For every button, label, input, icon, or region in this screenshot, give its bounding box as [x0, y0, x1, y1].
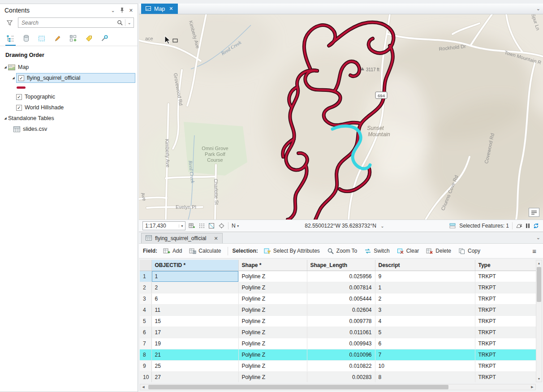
list-by-snapping-tab[interactable]: [68, 34, 78, 46]
column-header-shape[interactable]: Shape *: [238, 260, 307, 271]
cell-objectid[interactable]: 6: [151, 293, 238, 304]
row-number-cell[interactable]: 8: [140, 349, 151, 360]
refresh-icon[interactable]: [533, 223, 539, 229]
close-icon[interactable]: ✕: [129, 8, 133, 13]
chevron-down-icon[interactable]: ⌄: [111, 8, 115, 13]
cell-descript[interactable]: 6: [375, 338, 475, 349]
close-icon[interactable]: ✕: [169, 6, 173, 11]
scroll-up-icon[interactable]: ▲: [538, 260, 541, 266]
cell-objectid[interactable]: 11: [151, 304, 238, 315]
list-by-selection-tab[interactable]: [37, 34, 47, 46]
row-number-cell[interactable]: 2: [140, 282, 151, 293]
switch-selection-button[interactable]: Switch: [362, 246, 392, 256]
cell-shape-length[interactable]: 0.009778: [307, 315, 375, 327]
cell-objectid[interactable]: 2: [151, 282, 238, 293]
tree-item-layer[interactable]: ◢ ✓ flying_squirrel_official: [8, 73, 138, 83]
cell-objectid[interactable]: 19: [151, 338, 238, 349]
list-by-perspective-tab[interactable]: [99, 34, 110, 46]
cell-descript[interactable]: 8: [375, 371, 475, 382]
table-row[interactable]: 2 2 Polyline Z 0.007814 1 TRKPT: [140, 282, 536, 293]
cell-descript[interactable]: 1: [375, 282, 475, 293]
search-icon[interactable]: [115, 20, 125, 26]
cell-shape[interactable]: Polyline Z: [238, 349, 307, 360]
row-number-cell[interactable]: 5: [140, 315, 151, 327]
chevron-down-icon[interactable]: ⌄: [536, 6, 540, 12]
select-by-attributes-button[interactable]: Select By Attributes: [261, 246, 323, 256]
scroll-left-icon[interactable]: ◀: [140, 385, 147, 389]
cell-type[interactable]: TRKPT: [475, 360, 536, 371]
tree-item-topographic[interactable]: ✓ Topographic: [16, 91, 138, 102]
row-number-cell[interactable]: 7: [140, 338, 151, 349]
selected-layer-row[interactable]: ✓ flying_squirrel_official: [16, 73, 135, 83]
pin-icon[interactable]: [120, 7, 125, 14]
search-input[interactable]: [18, 20, 115, 26]
cell-shape-length[interactable]: 0.011061: [307, 327, 375, 338]
line-symbol-swatch[interactable]: [17, 86, 26, 89]
cell-shape[interactable]: Polyline Z: [238, 338, 307, 349]
horizontal-scrollbar[interactable]: ◀ ▶: [140, 384, 536, 390]
selection-tool-icon[interactable]: [516, 223, 523, 229]
cell-shape[interactable]: Polyline Z: [238, 304, 307, 315]
cell-shape-length[interactable]: 0.005444: [307, 293, 375, 304]
row-number-cell[interactable]: 3: [140, 293, 151, 304]
add-field-button[interactable]: Add: [160, 246, 185, 256]
column-header-descript[interactable]: Descript: [375, 260, 475, 271]
table-row[interactable]: 10 27 Polyline Z 0.00283 8 TRKPT: [140, 371, 536, 382]
table-row[interactable]: 9 25 Polyline Z 0.010822 10 TRKPT: [140, 360, 536, 371]
cell-descript[interactable]: 2: [375, 293, 475, 304]
row-number-cell[interactable]: 9: [140, 360, 151, 371]
cell-descript[interactable]: 9: [375, 271, 475, 282]
column-header-objectid[interactable]: OBJECTID *: [151, 260, 238, 271]
pause-drawing-icon[interactable]: [526, 224, 530, 228]
cell-type[interactable]: TRKPT: [475, 338, 536, 349]
zoom-to-button[interactable]: Zoom To: [324, 246, 360, 256]
calculate-field-button[interactable]: Calculate: [186, 246, 224, 256]
cell-shape[interactable]: Polyline Z: [238, 271, 307, 282]
map-tab[interactable]: Map ✕: [141, 4, 178, 14]
twisty-icon[interactable]: ◢: [11, 76, 16, 80]
table-row-selected[interactable]: 8 21 Polyline Z 0.010096 7 TRKPT: [140, 349, 536, 360]
cell-objectid[interactable]: 25: [151, 360, 238, 371]
cell-shape-length[interactable]: 0.02604: [307, 304, 375, 315]
cell-shape-length[interactable]: 0.010096: [307, 349, 375, 360]
chevron-down-icon[interactable]: ⌄: [536, 235, 540, 241]
cell-objectid[interactable]: 15: [151, 315, 238, 327]
cell-shape-length[interactable]: 0.007814: [307, 282, 375, 293]
scale-combobox[interactable]: 1:17,430 ▼: [142, 221, 185, 230]
scroll-right-icon[interactable]: ▶: [529, 385, 535, 389]
scrollbar-thumb[interactable]: [537, 267, 541, 302]
selected-features-count[interactable]: Selected Features: 1: [459, 223, 509, 229]
cell-type[interactable]: TRKPT: [475, 271, 536, 282]
vertical-scrollbar[interactable]: ▲ ▼: [536, 260, 542, 382]
map-overflow-button[interactable]: [529, 208, 539, 217]
tree-item-slides-csv[interactable]: slides.csv: [8, 124, 138, 134]
cell-objectid[interactable]: 1: [151, 271, 238, 282]
attribute-table-tab[interactable]: flying_squirrel_official ✕: [141, 233, 223, 243]
filter-icon[interactable]: [4, 20, 15, 26]
twisty-icon[interactable]: ◢: [3, 65, 8, 69]
cell-shape[interactable]: Polyline Z: [238, 293, 307, 304]
row-number-cell[interactable]: 6: [140, 327, 151, 338]
crosshair-icon[interactable]: [218, 223, 225, 229]
chevron-down-icon[interactable]: ▼: [179, 224, 185, 228]
cell-objectid[interactable]: 27: [151, 371, 238, 382]
scrollbar-thumb[interactable]: [148, 385, 448, 389]
table-row[interactable]: 3 6 Polyline Z 0.005444 2 TRKPT: [140, 293, 536, 304]
cell-type[interactable]: TRKPT: [475, 315, 536, 327]
tree-item-standalone-tables[interactable]: ◢ Standalone Tables: [0, 113, 138, 124]
layer-checkbox[interactable]: ✓: [18, 75, 24, 81]
hillshade-checkbox[interactable]: ✓: [16, 105, 22, 111]
north-arrow-button[interactable]: N ▼: [232, 223, 240, 229]
cell-descript[interactable]: 10: [375, 360, 475, 371]
cell-shape[interactable]: Polyline Z: [238, 360, 307, 371]
twisty-icon[interactable]: ◢: [3, 116, 8, 120]
cell-type[interactable]: TRKPT: [475, 349, 536, 360]
cell-objectid[interactable]: 21: [151, 349, 238, 360]
cell-shape-length[interactable]: 0.025956: [307, 271, 375, 282]
row-number-cell[interactable]: 1: [140, 271, 151, 282]
row-number-cell[interactable]: 10: [140, 371, 151, 382]
cell-shape-length[interactable]: 0.00283: [307, 371, 375, 382]
column-header-type[interactable]: Type: [475, 260, 536, 271]
row-number-header[interactable]: [140, 260, 151, 271]
cell-shape[interactable]: Polyline Z: [238, 282, 307, 293]
